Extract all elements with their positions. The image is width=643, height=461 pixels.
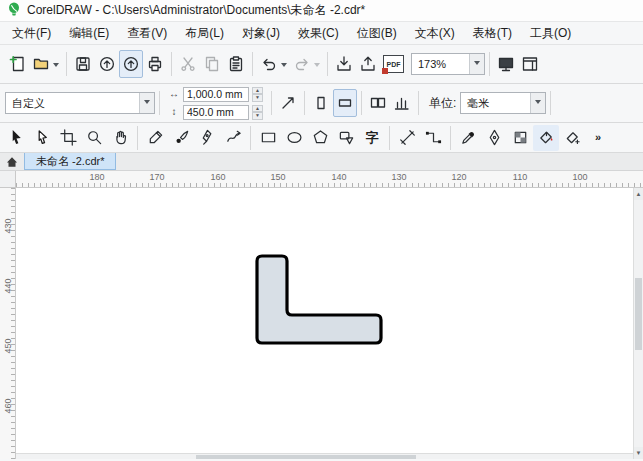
page-width-stepper[interactable]: ▲▼	[252, 87, 263, 102]
ruler-v-label: 440	[3, 278, 13, 293]
menu-view[interactable]: 查看(V)	[118, 22, 176, 45]
ruler-h-label: 170	[149, 172, 164, 182]
landscape-button[interactable]	[333, 89, 357, 117]
vertical-scrollbar-thumb[interactable]	[635, 278, 642, 350]
crop-tool-icon	[60, 129, 77, 146]
common-shapes-tool-icon	[338, 129, 355, 146]
full-screen-preview-button[interactable]	[494, 50, 518, 78]
copy-icon	[203, 55, 221, 73]
menu-effects[interactable]: 效果(C)	[289, 22, 348, 45]
menu-layout[interactable]: 布局(L)	[176, 22, 233, 45]
crop-tool[interactable]	[55, 125, 81, 151]
transparency-tool[interactable]	[507, 125, 533, 151]
menu-object[interactable]: 对象(J)	[233, 22, 289, 45]
stepper-up-icon[interactable]: ▲	[252, 87, 263, 95]
page-preset-dropdown-button[interactable]	[139, 93, 154, 113]
dimension-tool-icon	[399, 129, 416, 146]
text-tool[interactable]: 字	[359, 125, 385, 151]
page-width-input[interactable]	[183, 87, 249, 102]
vertical-scrollbar-track[interactable]	[634, 200, 643, 447]
cloud-upload-button[interactable]	[95, 50, 119, 78]
smart-drawing-tool-icon	[225, 129, 242, 146]
polygon-tool[interactable]	[307, 125, 333, 151]
outline-pen-tool[interactable]	[481, 125, 507, 151]
import-button[interactable]	[332, 50, 356, 78]
units-dropdown-button[interactable]	[530, 93, 545, 113]
vertical-ruler[interactable]: 430 440 450 460	[0, 188, 16, 459]
portrait-button[interactable]	[309, 89, 333, 117]
publish-pdf-icon: PDF	[383, 55, 404, 73]
cloud-download-icon	[122, 55, 140, 73]
zoom-dropdown-button[interactable]	[469, 54, 484, 74]
horizontal-scrollbar-thumb[interactable]	[196, 455, 416, 459]
drawing-scale-button[interactable]	[390, 89, 414, 117]
export-button[interactable]	[356, 50, 380, 78]
menu-tools[interactable]: 工具(O)	[521, 22, 580, 45]
rectangle-tool[interactable]	[255, 125, 281, 151]
pen-tool[interactable]	[194, 125, 220, 151]
pan-tool[interactable]	[107, 125, 133, 151]
drawing-canvas[interactable]	[16, 188, 633, 453]
ellipse-tool[interactable]	[281, 125, 307, 151]
nudge-offset-button[interactable]	[276, 89, 300, 117]
zoom-tool[interactable]	[81, 125, 107, 151]
freehand-tool[interactable]	[142, 125, 168, 151]
scroll-down-icon[interactable]: ▼	[634, 447, 643, 459]
open-button[interactable]	[29, 50, 62, 78]
publish-pdf-button[interactable]: PDF	[380, 50, 407, 78]
units-combobox[interactable]: 毫米	[460, 92, 546, 114]
scroll-up-icon[interactable]: ▲	[634, 188, 643, 200]
l-shape-path[interactable]	[257, 256, 381, 343]
all-pages-button[interactable]	[366, 89, 390, 117]
artistic-media-tool-icon	[173, 129, 190, 146]
connector-tool[interactable]	[420, 125, 446, 151]
save-button[interactable]	[71, 50, 95, 78]
stepper-down-icon[interactable]: ▼	[252, 94, 263, 102]
smart-drawing-tool[interactable]	[220, 125, 246, 151]
show-dockers-icon	[521, 55, 539, 73]
document-tab[interactable]: 未命名 -2.cdr*	[24, 153, 116, 170]
menu-text[interactable]: 文本(X)	[406, 22, 464, 45]
shape-edit-tool[interactable]	[29, 125, 55, 151]
home-icon	[5, 155, 19, 169]
smart-fill-tool[interactable]	[559, 125, 585, 151]
menu-edit[interactable]: 编辑(E)	[60, 22, 118, 45]
page-dimensions-group: ↔ ▲▼ ↕ ▲▼	[168, 86, 263, 120]
separator	[489, 52, 490, 76]
units-value: 毫米	[461, 96, 530, 111]
page-preset-combobox[interactable]: 自定义	[5, 92, 155, 114]
open-dropdown-arrow[interactable]	[53, 63, 59, 70]
show-dockers-button[interactable]	[518, 50, 542, 78]
ruler-origin-corner[interactable]	[0, 171, 16, 187]
horizontal-ruler[interactable]: 180 170 160 150 140 130 120 110 100	[0, 171, 643, 188]
cloud-download-button[interactable]	[119, 50, 143, 78]
print-button[interactable]	[143, 50, 167, 78]
undo-dropdown-arrow[interactable]	[281, 63, 287, 70]
eyedropper-tool[interactable]	[455, 125, 481, 151]
artistic-media-tool[interactable]	[168, 125, 194, 151]
pick-tool[interactable]	[3, 125, 29, 151]
dimension-tool[interactable]	[394, 125, 420, 151]
undo-button[interactable]	[257, 50, 290, 78]
new-document-button[interactable]	[5, 50, 29, 78]
redo-icon	[293, 55, 311, 73]
document-bar: 未命名 -2.cdr*	[0, 153, 643, 171]
l-shape-object[interactable]	[253, 253, 385, 348]
interactive-fill-tool[interactable]	[533, 125, 559, 151]
export-icon	[359, 55, 377, 73]
zoom-level-combobox[interactable]: 173%	[411, 53, 485, 75]
page-height-stepper[interactable]: ▲▼	[252, 105, 263, 120]
horizontal-scrollbar[interactable]	[16, 453, 633, 459]
common-shapes-tool[interactable]	[333, 125, 359, 151]
toolbox-overflow-button[interactable]: »	[585, 125, 611, 151]
stepper-up-icon[interactable]: ▲	[252, 105, 263, 113]
menu-file[interactable]: 文件(F)	[3, 22, 60, 45]
welcome-home-button[interactable]	[0, 153, 24, 170]
stepper-down-icon[interactable]: ▼	[252, 112, 263, 120]
titlebar: CorelDRAW - C:\Users\Administrator\Docum…	[0, 0, 643, 22]
menu-bitmaps[interactable]: 位图(B)	[348, 22, 406, 45]
menu-table[interactable]: 表格(T)	[464, 22, 521, 45]
paste-button[interactable]	[224, 50, 248, 78]
vertical-scrollbar[interactable]: ▲ ▼	[633, 188, 643, 459]
page-height-input[interactable]	[183, 105, 249, 120]
